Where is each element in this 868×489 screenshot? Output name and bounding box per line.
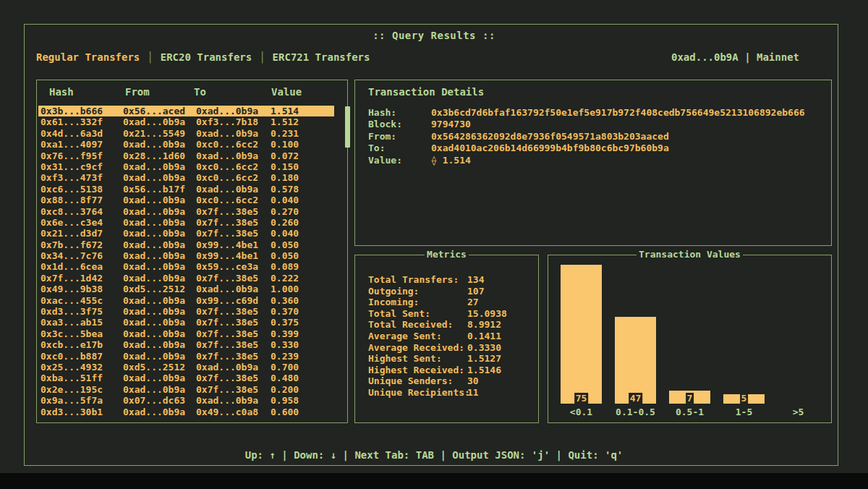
cell-from: 0x21...5549 — [123, 128, 196, 139]
histogram-x-axis-labels: <0.10.1-0.50.5-11-5>5 — [554, 407, 825, 418]
cell-value: 0.260 — [271, 217, 334, 228]
table-row[interactable]: 0x61...332f0xad...0b9a0xf3...7b181.512 — [38, 116, 334, 127]
cell-to: 0xad...0b9a — [196, 184, 271, 195]
cell-from: 0xad...0b9a — [123, 328, 196, 339]
detail-row: Value:⟠ 1.514 — [368, 155, 805, 166]
cell-to: 0x7f...38e5 — [196, 306, 271, 317]
cell-hash: 0xc8...3764 — [41, 206, 123, 217]
cell-value: 0.089 — [271, 261, 334, 272]
table-row[interactable]: 0x25...49320xd5...25120xad...0b9a0.700 — [38, 362, 334, 373]
cell-value: 0.222 — [271, 273, 334, 284]
table-row[interactable]: 0x21...d3d70xad...0b9a0x7f...38e50.040 — [38, 228, 334, 239]
query-results-terminal: :: Query Results :: Regular Transfers│ER… — [0, 0, 868, 489]
table-row[interactable]: 0x31...c9cf0xad...0b9a0xc0...6cc20.150 — [38, 161, 334, 172]
detail-row: To:0xad4010ac206b14d66999b4bf9b80c6bc97b… — [368, 143, 805, 154]
table-row[interactable]: 0xc8...37640xad...0b9a0x7f...38e50.270 — [38, 206, 334, 217]
cell-from: 0xad...0b9a — [123, 339, 196, 350]
table-row[interactable]: 0xd3...30b10xad...0b9a0x49...c0a80.600 — [38, 407, 334, 417]
metric-row: Outgoing:107 — [368, 286, 507, 297]
cell-value: 0.399 — [271, 328, 334, 339]
table-row[interactable]: 0x2e...195c0xad...0b9a0x7f...38e50.200 — [38, 384, 334, 395]
bar-count-label: 47 — [629, 393, 643, 404]
tab-erc721-transfers[interactable]: ERC721 Transfers — [273, 51, 370, 63]
cell-from: 0xad...0b9a — [123, 306, 196, 317]
details-fields: Hash:0x3b6cd7d6bfaf163792f50e1ef5e917b97… — [368, 107, 805, 166]
table-row[interactable]: 0x88...8f770xad...0b9a0xc0...6cc20.040 — [38, 195, 334, 205]
cell-from: 0xad...0b9a — [123, 206, 196, 217]
cell-to: 0x7f...38e5 — [196, 339, 271, 350]
cell-from: 0xad...0b9a — [123, 407, 196, 417]
table-row[interactable]: 0xd3...3f750xad...0b9a0x7f...38e50.370 — [38, 306, 334, 317]
cell-to: 0x49...c0a8 — [196, 407, 271, 417]
tab-erc20-transfers[interactable]: ERC20 Transfers — [161, 51, 252, 63]
x-axis-tick-label: 0.1-0.5 — [608, 407, 663, 417]
page-title: :: Query Results :: — [0, 30, 868, 41]
table-row[interactable]: 0x3b...b6660x56...aced0xad...0b9a1.514 — [38, 106, 334, 116]
cell-hash: 0x1d...6cea — [41, 261, 123, 272]
table-row[interactable]: 0x7b...f6720xad...0b9a0x99...4be10.050 — [38, 239, 334, 250]
tab-regular-transfers[interactable]: Regular Transfers — [36, 51, 140, 63]
detail-label: From: — [368, 131, 431, 143]
cell-to: 0x99...4be1 — [196, 250, 271, 261]
cell-value: 0.270 — [271, 206, 334, 217]
cell-hash: 0x4d...6a3d — [41, 128, 123, 139]
table-row[interactable]: 0x7f...1d420xad...0b9a0x7f...38e50.222 — [38, 273, 334, 284]
table-row[interactable]: 0xba...51ff0xad...0b9a0x7f...38e50.480 — [38, 373, 334, 383]
transaction-details-panel: Transaction Details Hash:0x3b6cd7d6bfaf1… — [354, 80, 832, 246]
detail-label: To: — [368, 143, 431, 154]
cell-to: 0x7f...38e5 — [196, 217, 271, 228]
metric-value: 0.1411 — [467, 331, 501, 342]
bar-count-label: 75 — [574, 393, 589, 404]
cell-to: 0x7f...38e5 — [196, 328, 271, 339]
metric-row: Total Sent:15.0938 — [368, 308, 507, 320]
table-row[interactable]: 0x76...f95f0x28...1d600xad...0b9a0.072 — [38, 150, 334, 161]
metric-label: Highest Sent: — [368, 353, 467, 365]
metric-label: Highest Received: — [368, 365, 467, 376]
cell-value: 0.072 — [271, 150, 334, 161]
cell-hash: 0x7f...1d42 — [41, 273, 123, 284]
cell-value: 0.958 — [271, 395, 334, 406]
cell-hash: 0x31...c9cf — [41, 161, 123, 172]
cell-to: 0xc0...6cc2 — [196, 161, 271, 172]
metric-label: Average Sent: — [368, 331, 467, 342]
detail-label: Block: — [368, 119, 431, 130]
metric-value: 107 — [467, 286, 484, 297]
table-row[interactable]: 0x3c...5bea0xad...0b9a0x7f...38e50.399 — [38, 328, 334, 339]
cell-to: 0x7f...38e5 — [196, 206, 271, 217]
table-row[interactable]: 0xac...455c0xad...0b9a0x99...c69d0.360 — [38, 295, 334, 306]
table-row[interactable]: 0xcb...e17b0xad...0b9a0x7f...38e50.330 — [38, 339, 334, 350]
cell-to: 0xc0...6cc2 — [196, 139, 271, 150]
cell-from: 0xad...0b9a — [123, 228, 196, 239]
cell-hash: 0x3c...5bea — [41, 328, 123, 339]
cell-from: 0xad...0b9a — [123, 317, 196, 328]
column-header-from: From — [125, 86, 194, 98]
transfers-table-panel: Hash From To Value 0x3b...b6660x56...ace… — [36, 80, 348, 423]
metric-value: 1.5127 — [467, 353, 501, 365]
table-row[interactable]: 0x4d...6a3d0x21...55490xad...0b9a0.231 — [38, 128, 334, 139]
table-row[interactable]: 0xa3...ab150xad...0b9a0x7f...38e50.375 — [38, 317, 334, 328]
table-row[interactable]: 0xa1...40970xad...0b9a0xc0...6cc20.100 — [38, 139, 334, 150]
column-header-to: To — [194, 86, 271, 98]
table-row[interactable]: 0xc6...51380x56...b17f0xad...0b9a0.578 — [38, 184, 334, 195]
cell-from: 0xad...0b9a — [123, 384, 196, 395]
cell-value: 0.370 — [271, 306, 334, 317]
table-row[interactable]: 0xf3...473f0xad...0b9a0xc0...6cc20.180 — [38, 172, 334, 183]
cell-value: 0.600 — [271, 407, 334, 417]
table-row[interactable]: 0x9a...5f7a0x07...dc630xad...0b9a0.958 — [38, 395, 334, 406]
detail-label: Value: — [368, 155, 431, 166]
table-row[interactable]: 0x34...7c760xad...0b9a0x99...4be10.050 — [38, 250, 334, 261]
cell-hash: 0x88...8f77 — [41, 195, 123, 205]
table-row[interactable]: 0x49...9b380xd5...25120xad...0b9a1.000 — [38, 284, 334, 294]
cell-to: 0x7f...38e5 — [196, 351, 271, 362]
table-row[interactable]: 0xc0...b8870xad...0b9a0x7f...38e50.239 — [38, 351, 334, 362]
detail-row: From:0x564286362092d8e7936f0549571a803b2… — [368, 131, 805, 143]
cell-from: 0xad...0b9a — [123, 295, 196, 306]
table-row[interactable]: 0x6e...c3e40xad...0b9a0x7f...38e50.260 — [38, 217, 334, 228]
table-row[interactable]: 0x1d...6cea0xad...0b9a0x59...ce3a0.089 — [38, 261, 334, 272]
table-scrollbar-thumb[interactable] — [345, 106, 350, 148]
cell-value: 1.000 — [271, 284, 334, 294]
cell-from: 0xad...0b9a — [123, 250, 196, 261]
cell-to: 0x7f...38e5 — [196, 228, 271, 239]
detail-value: 0x564286362092d8e7936f0549571a803b203aac… — [431, 131, 669, 143]
cell-to: 0x7f...38e5 — [196, 384, 271, 395]
